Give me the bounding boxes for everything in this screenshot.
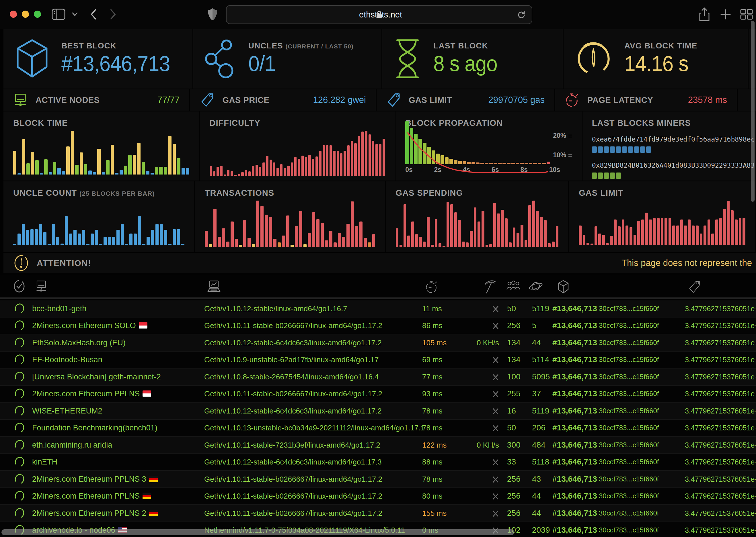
table-row[interactable]: 2Miners.com Ethereum SOLOGeth/v1.10.11-s… (0, 317, 756, 334)
node-status-icon (15, 440, 24, 450)
tab-overview-icon[interactable] (740, 9, 753, 20)
chart-bar (226, 242, 229, 247)
chart-bar (470, 231, 473, 247)
new-tab-icon[interactable] (720, 9, 731, 20)
chart-bar (18, 173, 21, 175)
sidebar-toggle-icon[interactable] (52, 9, 66, 20)
privacy-shield-icon[interactable] (207, 8, 218, 21)
node-name[interactable]: 2Miners.com Ethereum PPLNS (32, 492, 151, 501)
attention-label: ATTENTION! (37, 258, 91, 268)
chart-bar (147, 237, 150, 245)
chart-bar (97, 149, 100, 175)
chart-bar (312, 159, 314, 176)
node-mining (467, 390, 499, 398)
node-client: Geth/v1.10.12-stable-6c4dc6c3/linux-amd6… (204, 458, 382, 467)
chart-bar (342, 237, 345, 247)
latency-column-icon (425, 280, 438, 294)
miner-address[interactable]: 0xea674fdde714fd979de3edf0f56aa9716b898e… (592, 135, 746, 144)
chart-bar (540, 217, 543, 247)
node-name[interactable]: eth.icanmining.ru aridia (32, 440, 112, 449)
table-row[interactable]: eth.icanmining.ru aridiaGeth/v1.10.11-st… (0, 436, 756, 453)
chart-bar (280, 164, 283, 176)
window-zoom-button[interactable] (34, 11, 41, 18)
table-row[interactable]: EthSolo.MaxHash.org (EU)Geth/v1.10.12-st… (0, 334, 756, 351)
chart-bar (458, 220, 461, 247)
node-peers: 100 (507, 372, 520, 381)
hashrate-value: 0 KH/s (477, 338, 499, 347)
node-pending: 37 (532, 389, 541, 398)
vertical-scrollbar[interactable] (751, 21, 755, 202)
chart-bar (316, 156, 318, 176)
chart-bar (256, 201, 259, 247)
table-row[interactable]: 2Miners.com Ethereum PPLNS 3Geth/v1.10.1… (0, 470, 756, 487)
node-status-icon (15, 389, 24, 399)
table-row[interactable]: 2Miners.com Ethereum PPLNSGeth/v1.10.11-… (0, 487, 756, 505)
node-status-icon (15, 423, 24, 433)
node-name[interactable]: 2Miners.com Ethereum PPLNS (32, 390, 151, 398)
table-row[interactable]: 2Miners.com Ethereum PPLNSGeth/v1.10.11-… (0, 385, 756, 402)
node-pending: 44 (532, 338, 541, 347)
node-name[interactable]: WISE-ETHEREUM2 (32, 406, 102, 415)
chevron-down-icon[interactable] (72, 12, 78, 17)
node-name[interactable]: bce-bnd01-geth (32, 304, 86, 313)
table-row[interactable]: WISE-ETHEREUM2Geth/v1.10.12-stable-6c4dc… (0, 402, 756, 419)
chart-bar (407, 235, 410, 247)
miner-address[interactable]: 0x829BD824B016326A401d083B33D092293333A8… (592, 161, 746, 170)
chart-bar (210, 166, 212, 176)
node-last-block: #13,646,713 (553, 457, 597, 467)
gas-limit-panel: GAS LIMIT 29970705 gas (377, 89, 555, 111)
chart-bar (361, 132, 364, 176)
horizontal-scrollbar[interactable] (1, 529, 514, 535)
node-pending: 5095 (532, 372, 550, 381)
window-close-button[interactable] (10, 11, 17, 18)
node-total-difficulty: 3.477962715376051e+2 (685, 390, 756, 398)
chart-bar (501, 210, 504, 247)
table-row[interactable]: 2Miners.com Ethereum PPLNS 2Geth/v1.10.1… (0, 504, 756, 521)
table-row[interactable]: EF-Bootnode-BusanGeth/v1.10.9-unstable-6… (0, 351, 756, 368)
stat-label: PAGE LATENCY (587, 96, 653, 105)
table-row[interactable]: kinΞTHGeth/v1.10.12-stable-6c4dc6c3/linu… (0, 453, 756, 471)
node-name[interactable]: 2Miners.com Ethereum SOLO (32, 321, 148, 330)
node-block-hash: 30ccf783...c15f660f (599, 339, 659, 347)
node-name[interactable]: Foundation Benchmarking(bench01) (32, 424, 157, 433)
node-peers: 50 (507, 304, 516, 313)
node-client: Geth/v1.10.11-stable-7231b3ef/linux-amd6… (204, 440, 380, 449)
chart-bar (419, 237, 422, 247)
share-icon[interactable] (699, 7, 710, 22)
not-mining-icon (492, 407, 499, 415)
uncle-count-chart-panel: UNCLE COUNT (25 BLOCKS PER BAR) (3, 182, 194, 252)
node-name[interactable]: kinΞTH (32, 458, 57, 467)
table-row[interactable]: bce-bnd01-gethGeth/v1.10.12-stable/linux… (0, 300, 756, 317)
address-bar[interactable]: ethstats.net (226, 5, 532, 24)
forward-button[interactable] (110, 8, 117, 21)
chart-bar (337, 151, 339, 176)
chart-bar (556, 226, 559, 247)
chart-bar (731, 210, 734, 245)
back-button[interactable] (89, 8, 97, 21)
node-name[interactable]: [Universa Blockchain] geth-mainnet-2 (32, 372, 161, 381)
node-client: Geth/v1.10.11-stable-b0266667/linux-amd6… (204, 390, 382, 398)
node-total-difficulty: 3.477962715376051e+2 (685, 373, 756, 381)
table-row[interactable]: Foundation Benchmarking(bench01)Geth/v1.… (0, 419, 756, 436)
chart-bar (298, 159, 300, 176)
reload-icon[interactable] (517, 10, 526, 20)
node-name[interactable]: 2Miners.com Ethereum PPLNS 2 (32, 509, 158, 517)
table-row[interactable]: [Universa Blockchain] geth-mainnet-2Geth… (0, 368, 756, 385)
node-peers: 256 (507, 321, 520, 330)
flag-de-icon (149, 476, 158, 482)
chart-bar (680, 220, 683, 245)
chart-bar (700, 233, 703, 245)
node-name[interactable]: EthSolo.MaxHash.org (EU) (32, 338, 126, 347)
node-name[interactable]: EF-Bootnode-Busan (32, 355, 102, 364)
chart-bar (235, 239, 238, 247)
chart-bar (477, 222, 480, 247)
node-mining (467, 509, 499, 517)
chart-bar (739, 218, 742, 245)
window-minimize-button[interactable] (22, 11, 29, 18)
chart-bar (614, 220, 617, 245)
node-name[interactable]: 2Miners.com Ethereum PPLNS 3 (32, 475, 158, 483)
node-latency: 88 ms (422, 458, 443, 467)
chart-bar (735, 220, 738, 245)
attention-bar: ATTENTION! This page does not represent … (3, 253, 756, 273)
chart-bar (278, 242, 281, 247)
